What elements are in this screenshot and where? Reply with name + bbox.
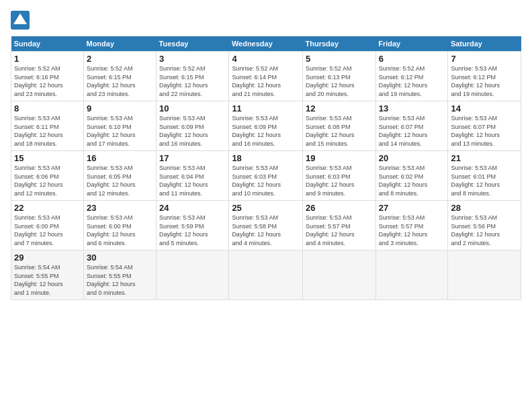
- day-number: 26: [306, 203, 373, 213]
- day-info: Sunrise: 5:53 AM Sunset: 6:04 PM Dayligh…: [159, 164, 226, 197]
- day-number: 5: [306, 54, 373, 64]
- day-info: Sunrise: 5:53 AM Sunset: 6:06 PM Dayligh…: [14, 164, 81, 197]
- day-number: 30: [87, 253, 153, 263]
- day-cell: 3 Sunrise: 5:52 AM Sunset: 6:15 PM Dayli…: [157, 52, 229, 101]
- week-row-3: 15 Sunrise: 5:53 AM Sunset: 6:06 PM Dayl…: [11, 151, 521, 201]
- day-info: Sunrise: 5:53 AM Sunset: 5:59 PM Dayligh…: [159, 214, 226, 247]
- day-cell: 18 Sunrise: 5:53 AM Sunset: 6:03 PM Dayl…: [229, 151, 303, 201]
- day-cell: [302, 250, 375, 300]
- day-number: 3: [159, 54, 226, 64]
- day-cell: 20 Sunrise: 5:53 AM Sunset: 6:02 PM Dayl…: [375, 151, 448, 201]
- day-cell: [375, 250, 448, 300]
- day-info: Sunrise: 5:53 AM Sunset: 6:07 PM Dayligh…: [379, 114, 445, 148]
- page: SundayMondayTuesdayWednesdayThursdayFrid…: [0, 0, 532, 411]
- day-cell: 10 Sunrise: 5:53 AM Sunset: 6:09 PM Dayl…: [157, 101, 229, 151]
- day-cell: 16 Sunrise: 5:53 AM Sunset: 6:05 PM Dayl…: [83, 151, 156, 201]
- day-number: 7: [451, 54, 518, 64]
- day-info: Sunrise: 5:52 AM Sunset: 6:15 PM Dayligh…: [87, 64, 153, 98]
- day-info: Sunrise: 5:52 AM Sunset: 6:12 PM Dayligh…: [379, 64, 445, 98]
- weekday-tuesday: Tuesday: [157, 36, 229, 52]
- day-info: Sunrise: 5:53 AM Sunset: 6:12 PM Dayligh…: [451, 64, 518, 98]
- weekday-monday: Monday: [83, 36, 156, 52]
- day-number: 22: [14, 203, 81, 213]
- day-info: Sunrise: 5:53 AM Sunset: 6:01 PM Dayligh…: [451, 164, 518, 197]
- day-cell: [448, 250, 521, 300]
- day-number: 16: [87, 153, 153, 163]
- day-number: 15: [14, 153, 81, 163]
- day-cell: 26 Sunrise: 5:53 AM Sunset: 5:57 PM Dayl…: [302, 201, 375, 250]
- day-cell: 14 Sunrise: 5:53 AM Sunset: 6:07 PM Dayl…: [448, 101, 521, 151]
- day-cell: 21 Sunrise: 5:53 AM Sunset: 6:01 PM Dayl…: [448, 151, 521, 201]
- day-info: Sunrise: 5:53 AM Sunset: 6:11 PM Dayligh…: [14, 114, 81, 148]
- day-cell: 27 Sunrise: 5:53 AM Sunset: 5:57 PM Dayl…: [375, 201, 448, 250]
- day-number: 4: [232, 54, 300, 64]
- day-number: 11: [232, 103, 300, 113]
- day-info: Sunrise: 5:53 AM Sunset: 6:07 PM Dayligh…: [451, 114, 518, 148]
- day-cell: [229, 250, 303, 300]
- day-cell: 25 Sunrise: 5:53 AM Sunset: 5:58 PM Dayl…: [229, 201, 303, 250]
- week-row-1: 1 Sunrise: 5:52 AM Sunset: 6:16 PM Dayli…: [11, 52, 521, 101]
- day-cell: 15 Sunrise: 5:53 AM Sunset: 6:06 PM Dayl…: [11, 151, 84, 201]
- day-number: 1: [14, 54, 81, 64]
- header: [11, 11, 521, 30]
- day-number: 2: [87, 54, 153, 64]
- week-row-4: 22 Sunrise: 5:53 AM Sunset: 6:00 PM Dayl…: [11, 201, 521, 250]
- day-info: Sunrise: 5:52 AM Sunset: 6:15 PM Dayligh…: [159, 64, 226, 98]
- day-number: 18: [232, 153, 300, 163]
- day-number: 17: [159, 153, 226, 163]
- day-cell: 30 Sunrise: 5:54 AM Sunset: 5:55 PM Dayl…: [83, 250, 156, 300]
- day-cell: 23 Sunrise: 5:53 AM Sunset: 6:00 PM Dayl…: [83, 201, 156, 250]
- day-cell: 6 Sunrise: 5:52 AM Sunset: 6:12 PM Dayli…: [375, 52, 448, 101]
- day-cell: 17 Sunrise: 5:53 AM Sunset: 6:04 PM Dayl…: [157, 151, 229, 201]
- day-info: Sunrise: 5:53 AM Sunset: 6:10 PM Dayligh…: [87, 114, 153, 148]
- day-cell: 13 Sunrise: 5:53 AM Sunset: 6:07 PM Dayl…: [375, 101, 448, 151]
- day-cell: 1 Sunrise: 5:52 AM Sunset: 6:16 PM Dayli…: [11, 52, 84, 101]
- day-info: Sunrise: 5:53 AM Sunset: 6:03 PM Dayligh…: [232, 164, 300, 197]
- day-number: 10: [159, 103, 226, 113]
- logo: [11, 11, 32, 30]
- day-info: Sunrise: 5:53 AM Sunset: 6:00 PM Dayligh…: [14, 214, 81, 247]
- week-row-2: 8 Sunrise: 5:53 AM Sunset: 6:11 PM Dayli…: [11, 101, 521, 151]
- day-info: Sunrise: 5:52 AM Sunset: 6:13 PM Dayligh…: [306, 64, 373, 98]
- day-info: Sunrise: 5:53 AM Sunset: 5:56 PM Dayligh…: [451, 214, 518, 247]
- day-info: Sunrise: 5:53 AM Sunset: 6:05 PM Dayligh…: [87, 164, 153, 197]
- day-cell: [157, 250, 229, 300]
- day-cell: 24 Sunrise: 5:53 AM Sunset: 5:59 PM Dayl…: [157, 201, 229, 250]
- day-info: Sunrise: 5:53 AM Sunset: 6:02 PM Dayligh…: [379, 164, 445, 197]
- day-cell: 7 Sunrise: 5:53 AM Sunset: 6:12 PM Dayli…: [448, 52, 521, 101]
- day-cell: 11 Sunrise: 5:53 AM Sunset: 6:09 PM Dayl…: [229, 101, 303, 151]
- weekday-wednesday: Wednesday: [229, 36, 303, 52]
- day-cell: 29 Sunrise: 5:54 AM Sunset: 5:55 PM Dayl…: [11, 250, 84, 300]
- day-cell: 19 Sunrise: 5:53 AM Sunset: 6:03 PM Dayl…: [302, 151, 375, 201]
- day-number: 8: [14, 103, 81, 113]
- day-info: Sunrise: 5:54 AM Sunset: 5:55 PM Dayligh…: [14, 263, 81, 297]
- day-number: 27: [379, 203, 445, 213]
- logo-icon: [11, 11, 30, 30]
- day-cell: 2 Sunrise: 5:52 AM Sunset: 6:15 PM Dayli…: [83, 52, 156, 101]
- day-number: 21: [451, 153, 518, 163]
- day-number: 12: [306, 103, 373, 113]
- day-number: 24: [159, 203, 226, 213]
- day-cell: 5 Sunrise: 5:52 AM Sunset: 6:13 PM Dayli…: [302, 52, 375, 101]
- day-cell: 8 Sunrise: 5:53 AM Sunset: 6:11 PM Dayli…: [11, 101, 84, 151]
- day-number: 29: [14, 253, 81, 263]
- day-info: Sunrise: 5:53 AM Sunset: 5:57 PM Dayligh…: [306, 214, 373, 247]
- day-number: 13: [379, 103, 445, 113]
- weekday-friday: Friday: [375, 36, 448, 52]
- day-info: Sunrise: 5:53 AM Sunset: 6:08 PM Dayligh…: [306, 114, 373, 148]
- day-cell: 28 Sunrise: 5:53 AM Sunset: 5:56 PM Dayl…: [448, 201, 521, 250]
- day-info: Sunrise: 5:53 AM Sunset: 5:57 PM Dayligh…: [379, 214, 445, 247]
- day-number: 19: [306, 153, 373, 163]
- day-number: 28: [451, 203, 518, 213]
- day-number: 23: [87, 203, 153, 213]
- day-info: Sunrise: 5:52 AM Sunset: 6:16 PM Dayligh…: [14, 64, 81, 98]
- day-info: Sunrise: 5:53 AM Sunset: 6:09 PM Dayligh…: [159, 114, 226, 148]
- day-cell: 22 Sunrise: 5:53 AM Sunset: 6:00 PM Dayl…: [11, 201, 84, 250]
- day-number: 6: [379, 54, 445, 64]
- day-info: Sunrise: 5:53 AM Sunset: 5:58 PM Dayligh…: [232, 214, 300, 247]
- day-info: Sunrise: 5:53 AM Sunset: 6:03 PM Dayligh…: [306, 164, 373, 197]
- day-number: 25: [232, 203, 300, 213]
- day-cell: 9 Sunrise: 5:53 AM Sunset: 6:10 PM Dayli…: [83, 101, 156, 151]
- day-info: Sunrise: 5:54 AM Sunset: 5:55 PM Dayligh…: [87, 263, 153, 297]
- day-cell: 4 Sunrise: 5:52 AM Sunset: 6:14 PM Dayli…: [229, 52, 303, 101]
